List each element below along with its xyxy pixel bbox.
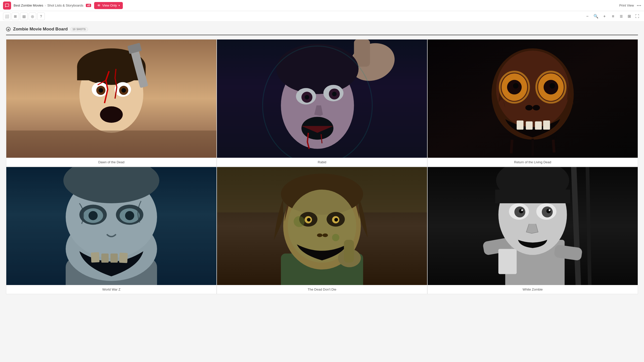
svg-point-96	[519, 209, 523, 213]
svg-point-36	[513, 83, 518, 89]
breadcrumb: Best Zombie Movies › Shot Lists & Storyb…	[14, 4, 91, 7]
chevron-down-icon: ▾	[119, 4, 120, 7]
movie-card-rabid[interactable]: Rabid	[217, 39, 427, 167]
compact-view-button[interactable]: ≣	[617, 13, 625, 20]
plus-icon: +	[603, 14, 605, 19]
movie-title-text: Return of the Living Dead	[514, 160, 551, 164]
svg-rect-87	[498, 249, 517, 274]
movie-title-dawn: Dawn of the Dead	[6, 158, 216, 167]
movie-title-rabid: Rabid	[217, 158, 427, 167]
wwz-still	[6, 167, 216, 285]
movie-card-dawn-of-the-dead[interactable]: Dawn of the Dead	[6, 39, 217, 167]
movie-card-whitezombie[interactable]: White Zombie	[427, 167, 638, 294]
svg-point-73	[307, 218, 311, 222]
frame-icon: ⬜	[5, 14, 9, 18]
svg-rect-78	[344, 240, 354, 263]
movie-card-wwz[interactable]: World War Z	[6, 167, 217, 294]
grid-tool-button[interactable]: ⊞	[12, 13, 19, 20]
movie-title-whitezombie: White Zombie	[428, 285, 638, 294]
help-icon: ?	[40, 14, 42, 18]
panel-tool-button[interactable]: ▤	[20, 13, 28, 20]
svg-rect-61	[6, 167, 216, 285]
dot	[637, 5, 638, 6]
movie-grid: Dawn of the Dead	[6, 39, 638, 294]
movie-image-whitezombie	[428, 167, 638, 285]
zoom-in-button[interactable]: +	[601, 13, 608, 20]
svg-point-10	[121, 88, 126, 93]
svg-point-80	[332, 234, 339, 241]
movie-image-wwz	[6, 167, 216, 285]
frame-tool-button[interactable]: ⬜	[3, 13, 11, 20]
dot	[640, 5, 641, 6]
movie-title-text: The Dead Don't Die	[308, 288, 336, 291]
view-only-label: View Only	[102, 4, 117, 7]
movie-card-deaddie[interactable]: The Dead Don't Die	[217, 167, 427, 294]
circle-tool-button[interactable]: ◎	[29, 13, 36, 20]
movie-title-deaddie: The Dead Don't Die	[217, 285, 427, 294]
breadcrumb-section: Shot Lists & Storyboards	[47, 4, 83, 7]
search-icon: 🔍	[593, 14, 598, 19]
deaddie-still	[217, 167, 427, 285]
circle-icon: ◎	[31, 14, 34, 18]
return-still	[428, 39, 638, 158]
eye-icon: 👁	[97, 4, 101, 8]
grid-view-icon: ⊞	[628, 14, 631, 19]
print-view-button[interactable]: Print View	[619, 4, 634, 7]
top-navigation: Best Zombie Movies › Shot Lists & Storyb…	[0, 0, 644, 11]
movie-title-text: Dawn of the Dead	[98, 160, 124, 164]
toolbar-right: − 🔍 + ≡ ≣ ⊞ ⛶	[584, 13, 641, 20]
movie-title-text: Rabid	[318, 160, 326, 164]
svg-point-74	[334, 218, 338, 222]
dawn-of-dead-still	[6, 39, 216, 158]
svg-point-40	[525, 105, 533, 110]
fullscreen-icon: ⛶	[635, 14, 639, 19]
svg-point-99	[549, 209, 550, 211]
svg-point-11	[100, 106, 123, 123]
minus-icon: −	[586, 14, 588, 19]
view-only-button[interactable]: 👁 View Only ▾	[94, 2, 123, 9]
movie-card-return[interactable]: Return of the Living Dead	[427, 39, 638, 167]
compact-icon: ≣	[620, 14, 623, 19]
svg-rect-42	[517, 120, 523, 130]
grid-view-button[interactable]: ⊞	[625, 13, 633, 20]
nav-right: Print View	[619, 4, 641, 7]
movie-image-rabid	[217, 39, 427, 158]
movie-image-dawn	[6, 39, 216, 158]
svg-point-98	[521, 209, 523, 211]
more-options-button[interactable]	[637, 5, 641, 6]
svg-point-76	[322, 233, 328, 237]
mood-board-icon: ◉	[6, 27, 11, 31]
svg-point-37	[550, 83, 555, 89]
page-title: Zombie Movie Mood Board	[13, 27, 68, 32]
svg-point-75	[317, 233, 323, 237]
page-content: ◉ Zombie Movie Mood Board 10 SHOTS	[0, 22, 644, 299]
movie-image-return	[428, 39, 638, 158]
zoom-out-button[interactable]: −	[584, 13, 591, 20]
svg-rect-27	[217, 39, 427, 158]
fullscreen-button[interactable]: ⛶	[633, 13, 641, 20]
movie-image-deaddie	[217, 167, 427, 285]
list-view-button[interactable]: ≡	[609, 13, 617, 20]
movie-title-text: World War Z	[102, 288, 120, 291]
movie-title-return: Return of the Living Dead	[428, 158, 638, 167]
svg-rect-43	[526, 122, 533, 130]
app-logo[interactable]	[3, 2, 11, 10]
movie-title-text: White Zombie	[522, 288, 543, 291]
svg-rect-45	[543, 120, 550, 130]
movie-title-wwz: World War Z	[6, 285, 216, 294]
svg-rect-44	[535, 122, 542, 130]
svg-point-9	[99, 88, 103, 93]
rabid-still	[217, 39, 427, 158]
svg-rect-14	[6, 131, 216, 158]
help-button[interactable]: ?	[37, 13, 45, 20]
page-header: ◉ Zombie Movie Mood Board 10 SHOTS	[6, 27, 638, 35]
breadcrumb-project[interactable]: Best Zombie Movies	[14, 4, 43, 7]
version-badge: v0	[86, 4, 91, 7]
grid-icon: ⊞	[14, 14, 17, 18]
zoom-button[interactable]: 🔍	[592, 13, 600, 20]
svg-rect-91	[495, 189, 570, 203]
panel-icon: ▤	[22, 14, 26, 18]
svg-point-97	[546, 209, 551, 213]
shots-badge: 10 SHOTS	[70, 27, 88, 31]
view-mode-buttons: ≡ ≣ ⊞ ⛶	[609, 13, 641, 20]
